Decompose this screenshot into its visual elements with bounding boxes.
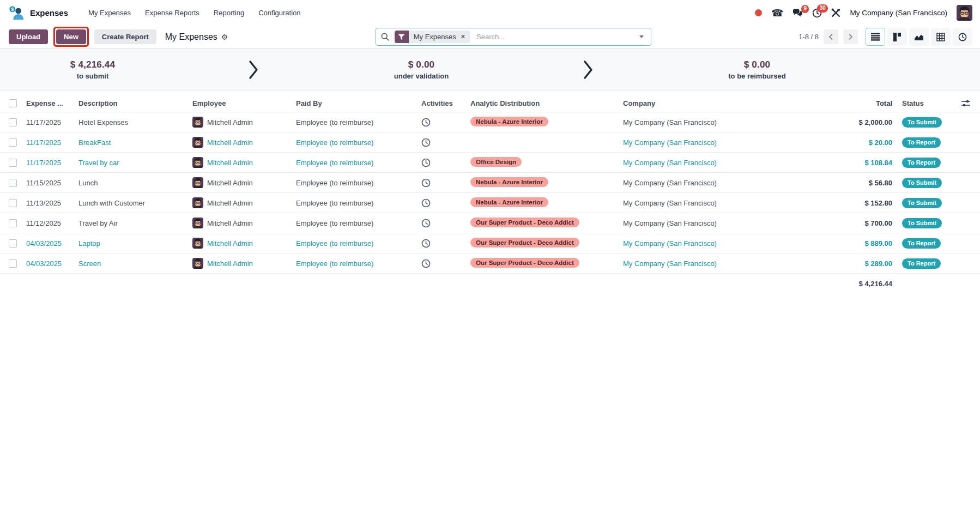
- pager-previous-button[interactable]: [824, 29, 838, 44]
- analytic-cell: Nebula - Azure Interior: [466, 177, 619, 189]
- analytic-cell: Office Design: [466, 157, 619, 168]
- company-cell: My Company (San Francisco): [619, 239, 774, 248]
- stat-to-submit[interactable]: $ 4,216.44 to submit: [70, 59, 115, 80]
- header-status[interactable]: Status: [897, 99, 951, 107]
- analytic-tag: Nebula - Azure Interior: [470, 177, 548, 187]
- header-description[interactable]: Description: [74, 99, 188, 107]
- company-cell: My Company (San Francisco): [619, 179, 774, 187]
- employee-name: Mitchell Admin: [207, 219, 253, 227]
- activities-cell: [417, 178, 466, 188]
- table-row[interactable]: 11/15/2025 Lunch Mitchell Admin Employee…: [0, 173, 980, 193]
- list-view-button[interactable]: [866, 28, 885, 46]
- search-dropdown-toggle[interactable]: [632, 35, 651, 38]
- pager-counter: 1-8 / 8: [798, 33, 819, 41]
- header-analytic-distribution[interactable]: Analytic Distribution: [466, 99, 619, 107]
- header-activities[interactable]: Activities: [417, 99, 466, 107]
- status-badge: To Report: [902, 258, 941, 269]
- optional-columns-icon[interactable]: [951, 99, 980, 107]
- graph-view-button[interactable]: [909, 28, 929, 46]
- analytic-cell: Our Super Product - Deco Addict: [466, 258, 619, 269]
- list-body: 11/17/2025 Hotel Expenses Mitchell Admin…: [0, 112, 980, 274]
- chevron-down-icon: [639, 35, 644, 38]
- menu-my-expenses[interactable]: My Expenses: [82, 5, 137, 20]
- pivot-view-button[interactable]: [931, 28, 951, 46]
- app-name[interactable]: Expenses: [30, 8, 68, 17]
- schedule-activity-clock-icon[interactable]: [421, 219, 431, 228]
- kanban-view-button[interactable]: [887, 28, 907, 46]
- schedule-activity-clock-icon[interactable]: [421, 158, 431, 167]
- facet-remove-icon[interactable]: ✕: [461, 33, 465, 40]
- pager-next-button[interactable]: [843, 29, 858, 44]
- employee-cell: Mitchell Admin: [188, 238, 292, 249]
- create-report-button[interactable]: Create Report: [94, 29, 156, 44]
- table-row[interactable]: 11/12/2025 Travel by Air Mitchell Admin …: [0, 213, 980, 233]
- expenses-app-icon[interactable]: $: [9, 5, 23, 20]
- table-row[interactable]: 11/13/2025 Lunch with Customer Mitchell …: [0, 193, 980, 213]
- schedule-activity-clock-icon[interactable]: [421, 198, 431, 208]
- facet-label: My Expenses: [414, 33, 456, 41]
- header-employee[interactable]: Employee: [188, 99, 292, 107]
- new-button[interactable]: New: [56, 29, 86, 44]
- company-cell: My Company (San Francisco): [619, 138, 774, 147]
- menu-reporting[interactable]: Reporting: [208, 5, 250, 20]
- stat-amount: $ 0.00: [394, 59, 449, 70]
- row-checkbox[interactable]: [9, 239, 17, 248]
- user-avatar[interactable]: [957, 5, 972, 21]
- paid-by-cell: Employee (to reimburse): [292, 118, 417, 126]
- row-checkbox[interactable]: [9, 138, 17, 147]
- total-cell: $ 56.80: [774, 179, 897, 187]
- table-row[interactable]: 11/17/2025 BreakFast Mitchell Admin Empl…: [0, 132, 980, 153]
- table-row[interactable]: 11/17/2025 Hotel Expenses Mitchell Admin…: [0, 112, 980, 132]
- messages-icon[interactable]: 9: [793, 9, 803, 17]
- schedule-activity-clock-icon[interactable]: [421, 259, 431, 268]
- expense-date-cell: 11/17/2025: [22, 159, 74, 167]
- row-checkbox[interactable]: [9, 179, 17, 187]
- phone-icon[interactable]: ☎: [771, 8, 783, 18]
- annotation-highlight-box: New: [53, 27, 89, 47]
- select-all-checkbox[interactable]: [9, 99, 17, 107]
- stat-under-validation[interactable]: $ 0.00 under validation: [394, 59, 449, 80]
- upload-button[interactable]: Upload: [9, 29, 48, 44]
- schedule-activity-clock-icon[interactable]: [421, 138, 431, 147]
- view-settings-gear-icon[interactable]: ⚙: [221, 33, 228, 41]
- search-facet-my-expenses[interactable]: My Expenses ✕: [395, 31, 470, 43]
- expense-date-cell: 11/17/2025: [22, 138, 74, 147]
- employee-name: Mitchell Admin: [207, 118, 253, 126]
- paid-by-cell: Employee (to reimburse): [292, 199, 417, 207]
- search-input[interactable]: [475, 32, 632, 41]
- header-company[interactable]: Company: [619, 99, 774, 107]
- employee-name: Mitchell Admin: [207, 199, 253, 207]
- paid-by-cell: Employee (to reimburse): [292, 259, 417, 268]
- activities-clock-icon[interactable]: 30: [812, 8, 822, 18]
- schedule-activity-clock-icon[interactable]: [421, 178, 431, 188]
- header-total[interactable]: Total: [774, 99, 897, 107]
- description-cell: Screen: [74, 259, 188, 268]
- company-cell: My Company (San Francisco): [619, 259, 774, 268]
- employee-cell: Mitchell Admin: [188, 117, 292, 128]
- stat-to-be-reimbursed[interactable]: $ 0.00 to be reimbursed: [728, 59, 785, 80]
- header-paid-by[interactable]: Paid By: [292, 99, 417, 107]
- status-badge: To Report: [902, 238, 941, 249]
- schedule-activity-clock-icon[interactable]: [421, 118, 431, 127]
- table-row[interactable]: 04/03/2025 Screen Mitchell Admin Employe…: [0, 254, 980, 274]
- row-checkbox[interactable]: [9, 118, 17, 126]
- table-row[interactable]: 04/03/2025 Laptop Mitchell Admin Employe…: [0, 233, 980, 254]
- row-checkbox[interactable]: [9, 199, 17, 207]
- company-switcher[interactable]: My Company (San Francisco): [850, 9, 947, 17]
- stat-label: to submit: [70, 72, 115, 80]
- company-cell: My Company (San Francisco): [619, 159, 774, 167]
- header-expense-date[interactable]: Expense ...: [22, 99, 74, 107]
- list-header-row: Expense ... Description Employee Paid By…: [0, 95, 980, 112]
- menu-expense-reports[interactable]: Expense Reports: [139, 5, 205, 20]
- table-row[interactable]: 11/17/2025 Travel by car Mitchell Admin …: [0, 153, 980, 173]
- menu-configuration[interactable]: Configuration: [252, 5, 306, 20]
- schedule-activity-clock-icon[interactable]: [421, 239, 431, 248]
- row-checkbox[interactable]: [9, 259, 17, 268]
- debug-tools-icon[interactable]: [831, 8, 840, 17]
- row-checkbox[interactable]: [9, 159, 17, 167]
- row-checkbox[interactable]: [9, 219, 17, 227]
- activity-view-button[interactable]: [953, 28, 972, 46]
- search-bar[interactable]: My Expenses ✕: [376, 28, 651, 46]
- paid-by-cell: Employee (to reimburse): [292, 219, 417, 227]
- analytic-cell: Our Super Product - Deco Addict: [466, 218, 619, 229]
